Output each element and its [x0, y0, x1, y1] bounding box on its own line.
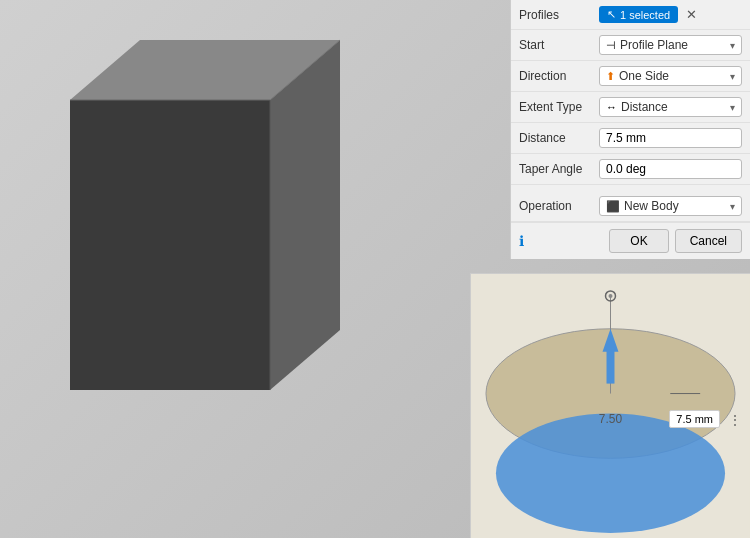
start-row: Start ⊣ Profile Plane ▾ — [511, 30, 750, 61]
distance-label: Distance — [519, 131, 599, 145]
start-dropdown[interactable]: ⊣ Profile Plane ▾ — [599, 35, 742, 55]
info-icon: ℹ — [519, 233, 524, 249]
svg-marker-0 — [70, 100, 270, 390]
dimension-label: 7.5 mm — [669, 410, 720, 428]
start-control: ⊣ Profile Plane ▾ — [599, 35, 742, 55]
profiles-label: Profiles — [519, 8, 599, 22]
taper-control — [599, 159, 742, 179]
direction-value: One Side — [619, 69, 730, 83]
chevron-down-icon: ▾ — [730, 40, 735, 51]
direction-dropdown[interactable]: ⬆ One Side ▾ — [599, 66, 742, 86]
profiles-badge-text: 1 selected — [620, 9, 670, 21]
chevron-down-icon: ▾ — [730, 102, 735, 113]
extent-type-control: ↔ Distance ▾ — [599, 97, 742, 117]
cursor-icon: ↖ — [607, 8, 616, 21]
extent-type-row: Extent Type ↔ Distance ▾ — [511, 92, 750, 123]
operation-row: Operation ⬛ New Body ▾ — [511, 191, 750, 222]
dimension-value: 7.5 mm — [676, 413, 713, 425]
svg-rect-13 — [607, 349, 615, 384]
taper-label: Taper Angle — [519, 162, 599, 176]
taper-row: Taper Angle — [511, 154, 750, 185]
start-value: Profile Plane — [620, 38, 730, 52]
ok-button[interactable]: OK — [609, 229, 668, 253]
operation-value: New Body — [624, 199, 730, 213]
extent-type-dropdown[interactable]: ↔ Distance ▾ — [599, 97, 742, 117]
3d-box — [10, 20, 390, 450]
profiles-row: Profiles ↖ 1 selected ✕ — [511, 0, 750, 30]
dimension-more-button[interactable]: ⋮ — [728, 412, 742, 428]
extent-type-value: Distance — [621, 100, 730, 114]
operation-label: Operation — [519, 199, 599, 213]
chevron-down-icon: ▾ — [730, 71, 735, 82]
start-label: Start — [519, 38, 599, 52]
cancel-button[interactable]: Cancel — [675, 229, 742, 253]
direction-row: Direction ⬆ One Side ▾ — [511, 61, 750, 92]
extent-type-label: Extent Type — [519, 100, 599, 114]
distance-row: Distance — [511, 123, 750, 154]
action-row: ℹ OK Cancel — [511, 222, 750, 259]
chevron-down-icon: ▾ — [730, 201, 735, 212]
svg-point-8 — [496, 413, 725, 533]
2d-view: 7.50 7.5 mm ⋮ — [470, 273, 750, 538]
operation-control: ⬛ New Body ▾ — [599, 196, 742, 216]
direction-label: Direction — [519, 69, 599, 83]
direction-icon: ⬆ — [606, 70, 615, 83]
operation-dropdown[interactable]: ⬛ New Body ▾ — [599, 196, 742, 216]
2d-view-svg: 7.50 — [471, 274, 750, 538]
direction-control: ⬆ One Side ▾ — [599, 66, 742, 86]
svg-marker-2 — [270, 40, 340, 390]
svg-point-11 — [609, 294, 613, 298]
start-icon: ⊣ — [606, 39, 616, 52]
profiles-clear-button[interactable]: ✕ — [682, 6, 701, 23]
svg-text:7.50: 7.50 — [599, 412, 623, 426]
properties-panel: Profiles ↖ 1 selected ✕ Start ⊣ Profile … — [510, 0, 750, 259]
distance-input[interactable] — [599, 128, 742, 148]
taper-input[interactable] — [599, 159, 742, 179]
extent-type-icon: ↔ — [606, 101, 617, 113]
operation-icon: ⬛ — [606, 200, 620, 213]
profiles-selected-badge[interactable]: ↖ 1 selected — [599, 6, 678, 23]
profiles-control: ↖ 1 selected ✕ — [599, 6, 742, 23]
distance-control — [599, 128, 742, 148]
close-icon: ✕ — [686, 7, 697, 22]
